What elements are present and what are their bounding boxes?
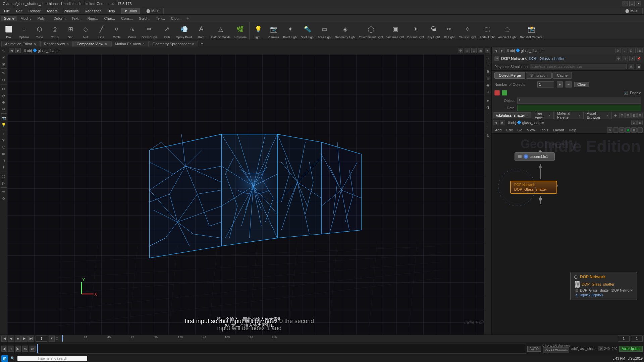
vp-rt-normals[interactable]: ↑ <box>485 124 491 130</box>
dop-help[interactable]: ? <box>629 56 635 61</box>
orient-tool[interactable]: ⊗ <box>1 106 7 112</box>
nobj-input[interactable] <box>537 81 554 87</box>
select-tool[interactable]: ↖ <box>1 48 7 54</box>
frame-display[interactable] <box>36 336 47 342</box>
ng-layout-btn3[interactable]: ▦ <box>631 113 637 118</box>
tab-geo-spreadsheet-close[interactable]: ✕ <box>192 42 195 46</box>
tool-redshift-camera[interactable]: 📸 Redshift Camera <box>519 22 544 40</box>
nobj-decrement[interactable]: − <box>566 81 572 87</box>
search-bar-icon[interactable]: 🔍 <box>9 355 16 362</box>
pb-play[interactable]: ▶ <box>21 336 28 342</box>
build-dropdown[interactable]: ▼ Build <box>121 8 140 14</box>
vp-rt-shading[interactable]: ◑ <box>485 104 491 110</box>
windows-start[interactable]: ⊞ <box>1 355 8 362</box>
ng-flag[interactable]: ▦ <box>637 120 643 125</box>
ng-nav-back[interactable]: ◀ <box>493 120 498 125</box>
rp-collapse[interactable]: ▦ <box>637 48 643 53</box>
ng-layout-btn1[interactable]: ⊡ <box>619 113 625 118</box>
tool-path[interactable]: ↗ Path <box>160 22 174 40</box>
vp-rt-home[interactable]: ⌂ <box>485 55 491 61</box>
dop-tool[interactable]: ⥁ <box>1 196 7 202</box>
bottom-tab-obj[interactable]: /obj/glass_shatter ✕ <box>493 112 531 118</box>
tab-terr[interactable]: Terr... <box>153 16 168 21</box>
render-tool[interactable]: ▷ <box>1 180 7 186</box>
bottom-tab-tree-close[interactable]: ✕ <box>548 114 551 117</box>
magnet-tool[interactable]: ⊙ <box>1 77 7 83</box>
menu-file[interactable]: File <box>1 8 13 14</box>
light-ctl[interactable]: 💡 <box>1 122 7 128</box>
ng-tree-btn[interactable]: 🌲 <box>625 127 631 133</box>
vp-rt-wire[interactable]: □ <box>485 111 491 117</box>
tool-caustic-light[interactable]: ✧ Caustic Light <box>457 22 477 40</box>
ng-snap[interactable]: ⊕ <box>631 120 637 125</box>
tl-fast[interactable]: ≫ <box>30 346 36 352</box>
dop-settings[interactable]: ⚙ <box>616 56 621 61</box>
tab-animation-editor[interactable]: Animation Editor ✕ <box>1 41 40 47</box>
tab-char[interactable]: Char... <box>102 16 118 21</box>
tool-box[interactable]: ⬜ Box <box>1 22 16 40</box>
tool-line[interactable]: ╱ Line <box>94 22 109 40</box>
assemble1-node[interactable]: assemble1 <box>515 152 555 161</box>
tab-text[interactable]: Text... <box>69 16 84 21</box>
tool-light[interactable]: 💡 Light... <box>251 22 266 40</box>
tool-curve[interactable]: ∿ Curve <box>125 22 140 40</box>
minimize-button[interactable]: ─ <box>623 1 628 6</box>
vp-rt-display[interactable]: ◉ <box>485 82 491 88</box>
red-button[interactable] <box>494 90 500 96</box>
vp-rt-points[interactable]: · <box>485 118 491 124</box>
vp-rt-col[interactable]: ● <box>485 98 491 104</box>
tab-motion-fx[interactable]: Motion FX View ✕ <box>111 41 149 47</box>
maximize-button[interactable]: □ <box>629 1 635 6</box>
tool-sphere[interactable]: ○ Sphere <box>17 22 32 40</box>
tab-scene[interactable]: Scene <box>1 16 17 21</box>
menu-render[interactable]: Render <box>26 8 43 14</box>
tab-poly[interactable]: Poly... <box>35 16 50 21</box>
vp-nav-forward[interactable]: ▶ <box>15 48 21 53</box>
close-button[interactable]: ✕ <box>636 1 641 6</box>
tool-torus[interactable]: ◎ Torus <box>48 22 62 40</box>
tool-spot-light[interactable]: 🔦 Spot Light <box>300 22 316 40</box>
tl-slow[interactable]: ≪ <box>22 346 28 352</box>
vp-rt-frame[interactable]: ⊡ <box>485 62 491 68</box>
tool-sky-light[interactable]: 🌤 Sky Light <box>426 22 441 40</box>
tab-motion-fx-close[interactable]: ✕ <box>142 42 145 46</box>
pivot-tool[interactable]: ⊕ <box>1 99 7 105</box>
main-desktop-left[interactable]: ⬤ Main <box>142 8 164 14</box>
ng-close-btn[interactable]: ✕ <box>607 127 612 133</box>
nobj-clear-button[interactable]: Clear <box>574 82 589 87</box>
muscle-tool[interactable]: ⌇ <box>1 164 7 170</box>
tl-settings[interactable]: ⚙ <box>598 346 603 351</box>
tl-prev-key[interactable]: ◀| <box>1 346 7 352</box>
vp-nav-back[interactable]: ◀ <box>9 48 14 53</box>
add-bottom-tab[interactable]: + <box>612 112 619 119</box>
paint-tool[interactable]: ✎ <box>1 70 7 76</box>
frame-start[interactable] <box>618 336 630 342</box>
tool-tube[interactable]: ⬡ Tube <box>32 22 47 40</box>
rp-help[interactable]: ? <box>622 48 627 53</box>
tab-render-view[interactable]: Render View ✕ <box>40 41 73 47</box>
tab-composite-view[interactable]: Composite View ✕ <box>73 41 111 47</box>
tool-point-light[interactable]: ✦ Point Light <box>282 22 299 40</box>
bottom-tab-obj-close[interactable]: ✕ <box>526 114 528 117</box>
vp-toggle-bg[interactable]: ■ <box>485 48 490 53</box>
timeline-ticks-area[interactable]: 1 24 48 72 96 120 144 168 192 216 <box>60 335 616 342</box>
compo-tool[interactable]: ⊞ <box>1 151 7 157</box>
frame-end[interactable] <box>631 336 643 342</box>
vp-frame-all[interactable]: ⊡ <box>471 48 477 53</box>
tool-area-light[interactable]: ▭ Area Light <box>316 22 333 40</box>
nobj-increment[interactable]: + <box>557 81 563 87</box>
tool-platonic[interactable]: △ Platonic Solids <box>209 22 232 40</box>
vp-grid-snap[interactable]: ⊞ <box>478 48 483 53</box>
tab-render-view-close[interactable]: ✕ <box>66 42 69 46</box>
rp-settings[interactable]: ⚙ <box>615 48 621 53</box>
camera-ctl[interactable]: 📷 <box>1 115 7 121</box>
tool-circle[interactable]: ○ Circle <box>109 22 124 40</box>
rp-nav-forward[interactable]: ▶ <box>499 48 504 53</box>
ng-menu-tools[interactable]: Tools <box>538 128 550 132</box>
handles-tool[interactable]: ⌖ <box>1 131 7 137</box>
tab-object-merge[interactable]: Object Merge <box>494 72 525 79</box>
tab-cache[interactable]: Cache <box>552 72 572 79</box>
tab-deform[interactable]: Deform <box>51 16 68 21</box>
timeline-track[interactable] <box>37 344 526 354</box>
pb-jump-start[interactable]: |◀ <box>1 336 7 342</box>
